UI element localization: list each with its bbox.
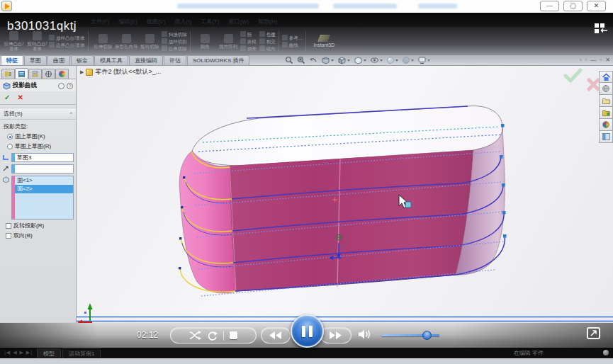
volume-slider[interactable] [381, 334, 439, 336]
volume-knob[interactable] [422, 331, 432, 340]
feature-manager-tab[interactable] [1, 69, 15, 79]
tab-features[interactable]: 特征 [1, 55, 23, 65]
graphics-viewport[interactable]: ▶ 零件2 (默认<<默认>_... [77, 66, 613, 347]
confirm-cancel-icon[interactable] [589, 80, 598, 89]
tab-evaluate[interactable]: 评估 [164, 55, 186, 65]
close-button[interactable]: ✕ [587, 1, 606, 11]
configuration-manager-tab[interactable] [28, 69, 42, 79]
previous-view-icon[interactable] [309, 56, 317, 64]
bidirectional-checkbox[interactable]: 双向(B) [0, 229, 76, 239]
face-list-item-selected[interactable]: 面<2> [15, 185, 73, 193]
radio-sketch-on-face[interactable]: 面上草图(K) [0, 131, 76, 141]
highlighted-sketch-line[interactable] [77, 317, 613, 322]
display-manager-tab[interactable] [55, 69, 69, 79]
custom-properties-icon[interactable] [599, 131, 613, 143]
lofted-cut-button[interactable]: 放样切割 [162, 38, 187, 44]
appearances-scenes-icon[interactable] [599, 119, 613, 131]
tab-motion-study[interactable]: 运动算例1 [62, 348, 101, 358]
apply-scene-icon[interactable] [402, 56, 414, 64]
grid-layout-icon[interactable] [593, 23, 609, 34]
tab-model[interactable]: 模型 [37, 348, 61, 358]
view-settings-icon[interactable] [417, 56, 430, 64]
hole-wizard-button[interactable]: 异型孔向导 [115, 34, 138, 49]
section-view-icon[interactable] [321, 56, 334, 64]
rib-button[interactable]: 筋 [240, 31, 257, 37]
view-orientation-icon[interactable] [337, 56, 350, 64]
reference-geometry-button[interactable]: 参考… [282, 35, 303, 40]
flyout-expand-arrow[interactable]: ▶ [80, 69, 84, 75]
extruded-cut-button[interactable]: 拉伸切除 [91, 34, 115, 49]
collapse-caret-icon[interactable]: ^ [70, 111, 72, 116]
revolved-cut-button[interactable]: 旋转切除 [138, 34, 162, 49]
menu-item[interactable]: 工具(T) [201, 18, 219, 25]
radio-sketch-on-sketch[interactable]: 草图上草图(R) [0, 141, 76, 151]
wrap-button[interactable]: 包覆 [259, 31, 276, 37]
speaker-icon[interactable] [358, 329, 372, 340]
shell-button[interactable]: 抽壳 [240, 45, 257, 51]
menu-item[interactable]: 视图(V) [147, 18, 166, 25]
selection-section-header[interactable]: 选择(S) ^ [0, 108, 76, 120]
doc-maximize-icon[interactable]: ▫ [600, 57, 602, 63]
tab-solidworks-addins[interactable]: SOLIDWORKS 插件 [187, 55, 249, 65]
maximize-button[interactable]: ▢ [563, 1, 583, 11]
solidworks-resources-icon[interactable] [599, 83, 613, 95]
media-play-icon[interactable] [1, 1, 12, 11]
rewind-button[interactable] [261, 327, 291, 343]
tab-direct-editing[interactable]: 直接编辑 [129, 55, 163, 65]
doc-close-icon[interactable]: ✕ [605, 57, 610, 63]
doc-restore2-icon[interactable]: ▫ [585, 57, 587, 63]
fast-forward-button[interactable] [320, 327, 352, 343]
direction-selection-field[interactable] [11, 164, 74, 174]
menu-item[interactable]: 编辑(E) [118, 18, 137, 25]
tab-sheet-metal[interactable]: 钣金 [71, 55, 94, 65]
model-3d-view[interactable] [77, 66, 613, 347]
lofted-boss-button[interactable]: 放样凸台/基体 [49, 35, 85, 40]
help-icon[interactable]: ? [67, 83, 73, 89]
doc-minimize-icon[interactable]: — [590, 57, 596, 63]
boundary-boss-button[interactable]: 边界凸台/基体 [49, 42, 85, 47]
fillet-button[interactable]: 圆角 [193, 34, 217, 49]
dimxpert-manager-tab[interactable] [42, 69, 55, 79]
menu-item[interactable]: 窗口(W) [228, 18, 249, 25]
instant3d-button[interactable]: Instant3D [313, 35, 334, 47]
draft-button[interactable]: 拔模 [240, 38, 257, 44]
shuffle-icon[interactable] [189, 331, 201, 340]
edit-appearance-icon[interactable] [386, 56, 398, 64]
tab-surfaces[interactable]: 曲面 [47, 55, 70, 65]
extruded-boss-button[interactable]: 拉伸凸台/基体 [2, 31, 26, 51]
property-manager-tab[interactable] [15, 68, 28, 79]
tab-mold-tools[interactable]: 模具工具 [94, 55, 128, 65]
fullscreen-button[interactable] [587, 327, 600, 339]
menu-item[interactable]: 帮助(H) [258, 18, 277, 25]
menu-item[interactable]: 文件(F) [91, 18, 109, 25]
minimize-button[interactable]: — [540, 1, 559, 11]
design-library-icon[interactable] [599, 95, 613, 107]
revolved-boss-button[interactable]: 旋转凸台/基体 [26, 31, 49, 51]
tab-scroll-arrows[interactable]: |◀ ◀ ▶ ▶| [0, 350, 37, 356]
feature-tree-flyout[interactable]: ▶ 零件2 (默认<<默认>_... [80, 67, 161, 76]
menu-item[interactable]: 插入(I) [175, 18, 192, 25]
curves-button[interactable]: 曲线 [282, 42, 303, 47]
sketch-selection-field[interactable]: 草图3 [11, 153, 74, 162]
face-list-item[interactable]: 面<1> [15, 176, 73, 185]
invert-projection-checkbox[interactable]: 反转投影(R) [0, 220, 76, 229]
zoom-area-icon[interactable] [297, 56, 305, 64]
pin-icon[interactable] [58, 83, 64, 89]
confirm-ok-icon[interactable] [566, 70, 580, 81]
repeat-icon[interactable] [207, 331, 218, 341]
ok-button[interactable]: ✓ [4, 93, 10, 101]
file-explorer-icon[interactable] [599, 107, 613, 119]
mirror-button[interactable]: 镜向 [259, 45, 276, 51]
linear-pattern-button[interactable]: 线性阵列 [217, 34, 240, 49]
zoom-fit-icon[interactable] [285, 56, 293, 64]
stop-icon[interactable] [230, 331, 237, 339]
hide-show-items-icon[interactable] [370, 56, 383, 64]
pause-button[interactable] [291, 314, 324, 348]
home-icon[interactable] [599, 71, 613, 83]
boundary-cut-button[interactable]: 边界切除 [162, 45, 187, 51]
cancel-button[interactable]: ✕ [17, 93, 23, 101]
swept-cut-button[interactable]: 扫描切除 [162, 31, 187, 37]
tab-sketch[interactable]: 草图 [24, 55, 47, 65]
doc-restore-icon[interactable]: ▫ [580, 57, 582, 63]
display-style-icon[interactable] [354, 56, 366, 64]
